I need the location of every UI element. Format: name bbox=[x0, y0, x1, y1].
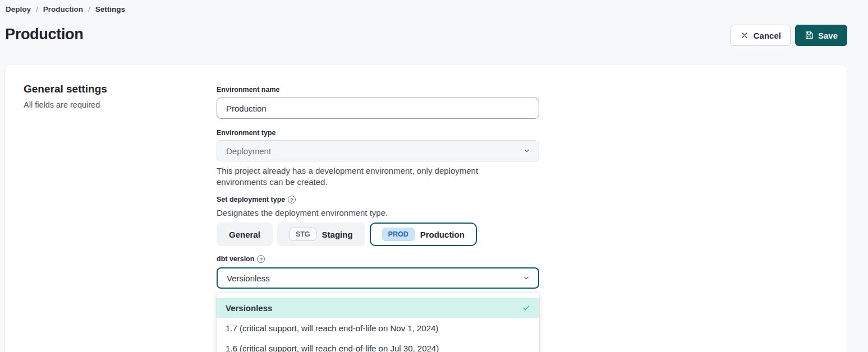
breadcrumb-separator: / bbox=[36, 5, 38, 13]
page-title: Production bbox=[5, 26, 84, 43]
deployment-type-options: General STG Staging PROD Production bbox=[217, 223, 477, 246]
environment-name-label: Environment name bbox=[217, 86, 280, 94]
environment-settings-page: Deploy / Production / Settings Productio… bbox=[0, 0, 868, 352]
breadcrumb-settings: Settings bbox=[95, 5, 125, 13]
deployment-type-staging-label: Staging bbox=[322, 230, 353, 239]
deployment-type-production-label: Production bbox=[420, 230, 465, 239]
breadcrumb-separator: / bbox=[88, 5, 90, 13]
dbt-version-dropdown: Versionless 1.7 (critical support, will … bbox=[217, 293, 539, 352]
deployment-type-description: Designates the deployment environment ty… bbox=[217, 208, 388, 217]
deployment-type-production-button[interactable]: PROD Production bbox=[370, 223, 477, 246]
question-circle-icon[interactable]: ? bbox=[257, 255, 265, 263]
dbt-version-option-1-7[interactable]: 1.7 (critical support, will reach end-of… bbox=[217, 318, 539, 338]
environment-type-select: Deployment bbox=[217, 140, 539, 161]
floppy-disk-icon bbox=[805, 31, 814, 40]
dbt-version-label-row: dbt version ? bbox=[217, 255, 265, 263]
deployment-type-label: Set deployment type bbox=[217, 196, 285, 203]
environment-name-input[interactable]: Production bbox=[217, 98, 539, 119]
cancel-button[interactable]: Cancel bbox=[731, 25, 791, 46]
question-circle-icon[interactable]: ? bbox=[288, 196, 296, 203]
environment-type-value: Deployment bbox=[226, 146, 271, 156]
dbt-version-option-versionless[interactable]: Versionless bbox=[217, 298, 539, 318]
section-subtitle: All fields are required bbox=[24, 100, 192, 109]
chevron-down-icon bbox=[522, 274, 530, 282]
deployment-type-general-button[interactable]: General bbox=[217, 223, 273, 246]
dbt-version-label: dbt version bbox=[217, 255, 254, 263]
dbt-version-option-1-6[interactable]: 1.6 (critical support, will reach end-of… bbox=[217, 338, 539, 352]
dbt-version-value: Versionless bbox=[227, 274, 270, 283]
deployment-type-label-row: Set deployment type ? bbox=[217, 196, 296, 203]
deployment-type-staging-button[interactable]: STG Staging bbox=[277, 223, 365, 246]
option-label: Versionless bbox=[226, 303, 272, 313]
dbt-version-select[interactable]: Versionless bbox=[217, 267, 539, 289]
environment-type-label: Environment type bbox=[217, 129, 276, 137]
prod-badge: PROD bbox=[382, 228, 415, 241]
breadcrumb: Deploy / Production / Settings bbox=[6, 5, 125, 13]
section-title: General settings bbox=[24, 83, 192, 95]
cancel-button-label: Cancel bbox=[754, 31, 781, 40]
environment-type-helper: This project already has a development e… bbox=[217, 165, 531, 188]
x-icon bbox=[740, 31, 749, 40]
checkmark-icon bbox=[522, 304, 530, 312]
general-settings-card: General settings All fields are required… bbox=[4, 64, 847, 352]
header-actions: Cancel Save bbox=[731, 25, 847, 46]
save-button-label: Save bbox=[818, 31, 838, 40]
option-label: 1.7 (critical support, will reach end-of… bbox=[226, 323, 438, 333]
environment-name-value: Production bbox=[226, 104, 267, 113]
staging-badge: STG bbox=[290, 228, 316, 241]
chevron-down-icon bbox=[523, 147, 531, 155]
breadcrumb-deploy[interactable]: Deploy bbox=[6, 5, 31, 13]
section-head: General settings All fields are required bbox=[24, 83, 192, 109]
breadcrumb-production[interactable]: Production bbox=[43, 5, 83, 13]
option-label: 1.6 (critical support, will reach end-of… bbox=[226, 344, 439, 352]
deployment-type-general-label: General bbox=[229, 230, 260, 239]
save-button[interactable]: Save bbox=[795, 25, 847, 46]
